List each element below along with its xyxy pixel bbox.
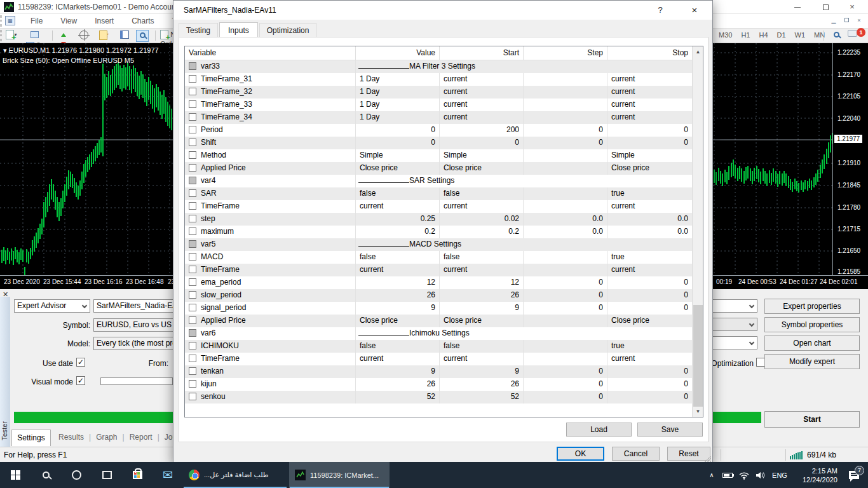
value-cell[interactable]: Close price (607, 162, 692, 175)
value-cell[interactable]: true (607, 187, 692, 200)
row-checkbox[interactable] (189, 100, 196, 108)
table-row[interactable]: TimeFrame_321 Daycurrentcurrent (185, 86, 692, 98)
load-button[interactable]: Load (566, 423, 632, 437)
modify-expert-button[interactable]: Modify expert (764, 354, 860, 369)
reset-button[interactable]: Reset (667, 447, 710, 461)
data-window-icon[interactable] (78, 30, 90, 42)
symbol-properties-button[interactable]: Symbol properties (764, 317, 860, 332)
value-cell[interactable]: 1 Day (355, 73, 439, 86)
value-cell[interactable]: 0.0 (607, 213, 692, 226)
value-cell[interactable]: 0 (607, 302, 692, 315)
value-cell[interactable]: 0 (607, 289, 692, 302)
value-cell[interactable]: 52 (355, 391, 439, 403)
tray-expand-icon[interactable]: ∧ (704, 471, 719, 478)
symbol-combobox[interactable]: EURUSD, Euro vs US D (93, 318, 173, 332)
table-row[interactable]: MethodSimpleSimpleSimple (185, 149, 692, 162)
table-row[interactable]: TimeFramecurrentcurrentcurrent (185, 200, 692, 213)
row-checkbox[interactable] (189, 304, 196, 311)
value-cell[interactable] (523, 315, 607, 327)
tester-tab-settings[interactable]: Settings (11, 430, 51, 446)
window-close-button[interactable]: × (843, 0, 862, 14)
value-cell[interactable]: 200 (439, 124, 523, 137)
row-checkbox[interactable] (189, 139, 196, 146)
search-icon[interactable] (830, 30, 843, 42)
save-button[interactable]: Save (637, 423, 703, 437)
value-cell[interactable]: current (607, 353, 692, 365)
value-cell[interactable]: false (355, 340, 439, 353)
table-row[interactable]: TimeFramecurrentcurrentcurrent (185, 264, 692, 276)
value-cell[interactable]: 1 Day (355, 98, 439, 111)
value-cell[interactable] (523, 73, 607, 86)
terminal-icon[interactable] (118, 30, 131, 42)
table-row[interactable]: senkou525200 (185, 391, 692, 403)
table-row[interactable]: var4SAR Settings (185, 175, 692, 187)
timeframe-d1[interactable]: D1 (773, 29, 790, 41)
row-checkbox[interactable] (189, 355, 196, 362)
value-cell[interactable]: false (355, 187, 439, 200)
table-row[interactable]: var6Ichimoku Settings (185, 327, 692, 340)
tab-inputs[interactable]: Inputs (219, 22, 258, 38)
value-cell[interactable]: 0 (355, 124, 439, 137)
tester-tab-results[interactable]: Results (58, 433, 84, 442)
start-button[interactable]: Start (764, 411, 860, 428)
table-row[interactable]: TimeFrame_331 Daycurrentcurrent (185, 98, 692, 111)
taskbar-mt4-item[interactable]: 11598239: ICMarket... (289, 462, 390, 488)
row-checkbox[interactable] (189, 329, 196, 337)
value-cell[interactable]: Close price (439, 162, 523, 175)
value-cell[interactable]: 9 (439, 302, 523, 315)
scroll-up-icon[interactable]: ▲ (693, 46, 703, 57)
value-cell[interactable]: 12 (439, 276, 523, 289)
dialog-help-button[interactable]: ? (648, 1, 673, 20)
table-row[interactable]: maximum0.20.20.00.0 (185, 226, 692, 238)
value-cell[interactable]: true (607, 251, 692, 264)
value-cell[interactable]: Simple (439, 149, 523, 162)
table-row[interactable]: TimeFrame_341 Daycurrentcurrent (185, 111, 692, 124)
navigator-icon[interactable]: ★ (98, 30, 111, 42)
use-date-checkbox[interactable]: ✓ (76, 358, 85, 367)
table-row[interactable]: var33MA Filter 3 Settings (185, 60, 692, 73)
value-cell[interactable]: Close price (439, 315, 523, 327)
table-row[interactable]: kijun262600 (185, 378, 692, 391)
table-row[interactable]: Shift0000 (185, 137, 692, 149)
table-scrollbar[interactable]: ▲ ▼ (692, 46, 703, 417)
value-cell[interactable] (523, 353, 607, 365)
row-checkbox[interactable] (189, 88, 196, 95)
dialog-close-button[interactable]: × (682, 1, 707, 20)
value-cell[interactable] (523, 187, 607, 200)
visual-speed-slider[interactable] (100, 377, 173, 385)
language-indicator[interactable]: ENG (769, 471, 790, 479)
value-cell[interactable]: 0 (607, 378, 692, 391)
timeframe-w1[interactable]: W1 (790, 29, 810, 41)
value-cell[interactable]: 0 (439, 137, 523, 149)
value-cell[interactable]: 0 (607, 365, 692, 378)
value-cell[interactable]: 0.02 (439, 213, 523, 226)
wifi-icon[interactable] (736, 471, 752, 480)
value-cell[interactable]: false (355, 251, 439, 264)
ea-name-field[interactable]: SarMAFilters_Nadia-EAv1 (93, 299, 173, 313)
value-cell[interactable] (523, 98, 607, 111)
table-row[interactable]: Applied PriceClose priceClose priceClose… (185, 162, 692, 175)
value-cell[interactable]: 26 (355, 378, 439, 391)
value-cell[interactable]: 0 (607, 124, 692, 137)
col-value[interactable]: Value (355, 46, 439, 60)
strategy-tester-icon[interactable] (136, 30, 149, 42)
row-checkbox[interactable] (189, 62, 196, 70)
value-cell[interactable]: 0 (523, 391, 607, 403)
value-cell[interactable]: current (607, 264, 692, 276)
row-checkbox[interactable] (189, 291, 196, 299)
col-start[interactable]: Start (439, 46, 523, 60)
row-checkbox[interactable] (189, 126, 196, 133)
table-row[interactable]: MACDfalsefalsetrue (185, 251, 692, 264)
row-checkbox[interactable] (189, 215, 196, 222)
menu-file[interactable]: File (22, 14, 51, 29)
value-cell[interactable]: 0.0 (523, 213, 607, 226)
value-cell[interactable]: current (355, 200, 439, 213)
row-checkbox[interactable] (189, 164, 196, 172)
value-cell[interactable]: current (439, 264, 523, 276)
value-cell[interactable]: 0 (523, 124, 607, 137)
table-row[interactable]: slow_period262600 (185, 289, 692, 302)
value-cell[interactable]: 1 Day (355, 111, 439, 124)
value-cell[interactable]: 0.0 (523, 226, 607, 238)
value-cell[interactable]: Simple (607, 149, 692, 162)
mdi-restore-button[interactable] (841, 16, 851, 25)
